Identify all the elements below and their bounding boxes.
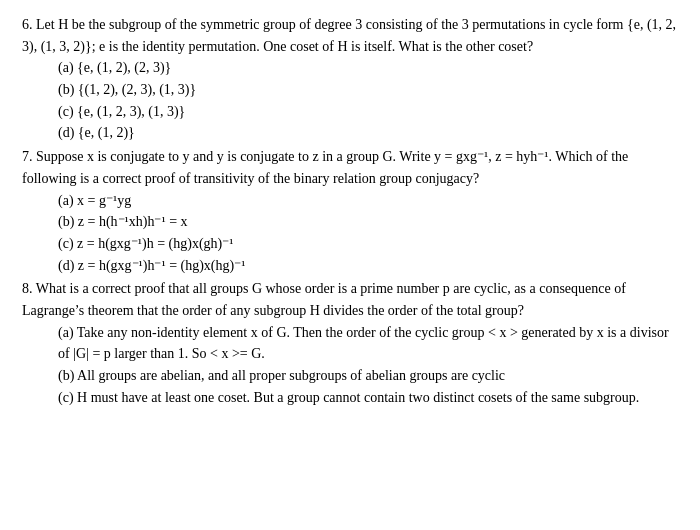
q8-option-b: (b) All groups are abelian, and all prop… xyxy=(22,365,678,387)
q6-intro: 6. Let H be the subgroup of the symmetri… xyxy=(22,14,678,57)
q7-option-a: (a) x = g⁻¹yg xyxy=(22,190,678,212)
q7-option-c: (c) z = h(gxg⁻¹)h = (hg)x(gh)⁻¹ xyxy=(22,233,678,255)
q6-option-a: (a) {e, (1, 2), (2, 3)} xyxy=(22,57,678,79)
q6-option-b: (b) {(1, 2), (2, 3), (1, 3)} xyxy=(22,79,678,101)
q6-option-c: (c) {e, (1, 2, 3), (1, 3)} xyxy=(22,101,678,123)
q6-option-d: (d) {e, (1, 2)} xyxy=(22,122,678,144)
q8-option-c: (c) H must have at least one coset. But … xyxy=(22,387,678,409)
q7-intro: 7. Suppose x is conjugate to y and y is … xyxy=(22,146,678,189)
page-content: 6. Let H be the subgroup of the symmetri… xyxy=(22,14,678,408)
q7-option-d: (d) z = h(gxg⁻¹)h⁻¹ = (hg)x(hg)⁻¹ xyxy=(22,255,678,277)
q8-intro: 8. What is a correct proof that all grou… xyxy=(22,278,678,321)
q8-option-a: (a) Take any non-identity element x of G… xyxy=(22,322,678,365)
q7-option-b: (b) z = h(h⁻¹xh)h⁻¹ = x xyxy=(22,211,678,233)
